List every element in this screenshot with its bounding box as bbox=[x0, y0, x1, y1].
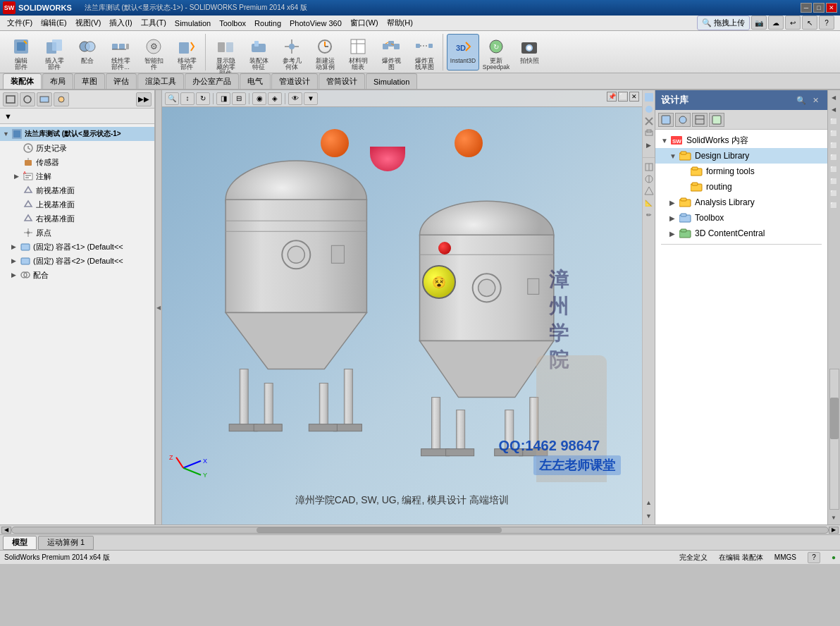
dl-toolbox[interactable]: ▶ Toolbox bbox=[655, 210, 827, 226]
right-icon4[interactable] bbox=[643, 128, 655, 139]
edit-part-btn[interactable]: 编辑部件 bbox=[5, 34, 37, 70]
scroll-thumb[interactable] bbox=[257, 527, 501, 533]
btab-motion[interactable]: 运动算例 1 bbox=[38, 536, 94, 550]
right-icon10[interactable]: ✏ bbox=[643, 209, 655, 221]
menu-photoview[interactable]: PhotoView 360 bbox=[285, 18, 346, 29]
far-right-icon5[interactable]: ⬜ bbox=[828, 140, 839, 151]
btab-model[interactable]: 模型 bbox=[3, 536, 37, 550]
explode-btn[interactable]: 爆炸视图 bbox=[375, 34, 407, 70]
left-tb-btn3[interactable] bbox=[37, 92, 52, 106]
tab-pipe[interactable]: 管道设计 bbox=[271, 73, 318, 89]
vp-zoom-btn[interactable]: 🔍 bbox=[165, 92, 179, 105]
tab-electric[interactable]: 电气 bbox=[240, 73, 271, 89]
insert-part-btn[interactable]: 插入零部件 bbox=[38, 34, 70, 70]
cloud-btn[interactable]: ☁ bbox=[768, 16, 784, 30]
tree-container2[interactable]: ▶ (固定) 容器<2> (Default<< bbox=[0, 254, 154, 268]
tree-right-plane[interactable]: 右视基准面 bbox=[0, 211, 154, 226]
right-icon6[interactable] bbox=[643, 161, 655, 173]
left-tb-btn2[interactable] bbox=[20, 92, 35, 106]
horizontal-scrollbar[interactable]: ◀ ▶ bbox=[0, 524, 840, 534]
tab-evaluate[interactable]: 评估 bbox=[106, 73, 137, 89]
menu-toolbox[interactable]: Toolbox bbox=[215, 18, 250, 29]
menu-window[interactable]: 窗口(W) bbox=[346, 16, 383, 30]
vp-ctrl-pin[interactable]: 📌 bbox=[607, 92, 617, 102]
right-icon5[interactable]: ▶ bbox=[643, 140, 655, 151]
smart-fastener-btn[interactable]: ⚙ 智能扣件 bbox=[137, 34, 170, 70]
far-right-icon7[interactable]: ⬜ bbox=[828, 164, 839, 175]
vp-section-btn[interactable]: ⊟ bbox=[232, 92, 246, 105]
tree-annotations[interactable]: ▶ A 注解 bbox=[0, 169, 154, 183]
search-icon[interactable]: 🔍 bbox=[795, 94, 808, 106]
dl-btn4[interactable] bbox=[709, 113, 724, 127]
back-btn[interactable]: ↩ bbox=[785, 16, 801, 30]
far-right-icon2[interactable]: ◀ bbox=[828, 104, 839, 115]
speedpak-btn[interactable]: ↻ 更新Speedpak bbox=[480, 34, 512, 70]
scroll-track[interactable] bbox=[11, 527, 829, 534]
right-scroll-down[interactable]: ▼ bbox=[643, 510, 655, 522]
move-btn[interactable]: 移动零部件 bbox=[171, 34, 203, 70]
far-right-icon10[interactable]: ⬜ bbox=[828, 200, 839, 211]
tab-tube[interactable]: 管筒设计 bbox=[319, 73, 365, 89]
tree-top-plane[interactable]: 上视基准面 bbox=[0, 197, 154, 211]
vp-view-btn[interactable]: ◨ bbox=[216, 92, 230, 105]
tab-simulation[interactable]: Simulation bbox=[366, 73, 417, 89]
menu-tools[interactable]: 工具(T) bbox=[137, 16, 171, 30]
right-icon3[interactable] bbox=[643, 116, 655, 127]
dl-3d-content-central[interactable]: ▶ 3D ContentCentral bbox=[655, 226, 827, 241]
reference-btn[interactable]: 参考几何体 bbox=[276, 34, 308, 70]
right-icon7[interactable] bbox=[643, 173, 655, 185]
far-right-icon1[interactable]: ◀ bbox=[828, 92, 839, 103]
linear-btn[interactable]: 线性零部件... bbox=[104, 34, 137, 70]
show-hide-btn[interactable]: 显示隐藏的零部件 bbox=[209, 34, 242, 70]
tab-sketch[interactable]: 草图 bbox=[74, 73, 105, 89]
menu-routing[interactable]: Routing bbox=[250, 18, 285, 29]
menu-view[interactable]: 视图(V) bbox=[71, 16, 106, 30]
search-btn[interactable]: 🔍 拖拽上传 bbox=[697, 16, 750, 30]
vp-rotate-btn[interactable]: ↻ bbox=[196, 92, 210, 105]
far-scroll-down[interactable]: ▼ bbox=[828, 512, 839, 523]
menu-simulation[interactable]: Simulation bbox=[171, 18, 215, 29]
far-right-icon9[interactable]: ⬜ bbox=[828, 188, 839, 199]
dl-forming-tools[interactable]: forming tools bbox=[655, 164, 827, 179]
scroll-left-btn[interactable]: ◀ bbox=[1, 527, 11, 534]
tree-container1[interactable]: ▶ (固定) 容器<1> (Default<< bbox=[0, 240, 154, 254]
left-tb-btn4[interactable] bbox=[54, 92, 69, 106]
menu-file[interactable]: 文件(F) bbox=[3, 16, 37, 30]
dl-btn3[interactable] bbox=[692, 113, 708, 127]
menu-edit[interactable]: 编辑(E) bbox=[37, 16, 71, 30]
instant3d-btn[interactable]: 3D Instant3D bbox=[447, 34, 479, 70]
far-right-icon3[interactable]: ⬜ bbox=[828, 116, 839, 127]
scroll-right-btn[interactable]: ▶ bbox=[829, 527, 839, 534]
tab-layout[interactable]: 布局 bbox=[42, 73, 73, 89]
right-icon1[interactable] bbox=[643, 92, 655, 103]
motion-study-btn[interactable]: 新建运动算例 bbox=[309, 34, 341, 70]
restore-btn[interactable]: □ bbox=[813, 3, 824, 13]
menu-insert[interactable]: 插入(I) bbox=[105, 16, 136, 30]
left-tb-btn1[interactable] bbox=[3, 92, 18, 106]
vp-appearance-btn[interactable]: ◈ bbox=[268, 92, 282, 105]
cam-btn[interactable]: 📷 bbox=[751, 16, 767, 30]
far-right-icon6[interactable]: ⬜ bbox=[828, 152, 839, 163]
menu-help[interactable]: 帮助(H) bbox=[383, 16, 417, 30]
mate-btn[interactable]: 配合 bbox=[71, 34, 104, 70]
close-btn[interactable]: ✕ bbox=[826, 3, 837, 13]
vp-ctrl-restore[interactable]: ⬜ bbox=[618, 92, 628, 102]
vp-display-btn[interactable]: ◉ bbox=[252, 92, 266, 105]
tree-origin[interactable]: 原点 bbox=[0, 226, 154, 240]
dl-design-library[interactable]: ▼ Design Library bbox=[655, 148, 827, 164]
dl-btn1[interactable] bbox=[658, 113, 674, 127]
dl-btn2[interactable] bbox=[675, 113, 691, 127]
tree-history[interactable]: 历史记录 bbox=[0, 141, 154, 155]
panel-close-icon[interactable]: ✕ bbox=[809, 94, 822, 106]
snapshot-btn[interactable]: 拍快照 bbox=[513, 34, 545, 70]
cursor-btn[interactable]: ↖ bbox=[802, 16, 817, 30]
vp-more-btn[interactable]: ▼ bbox=[304, 92, 318, 105]
right-icon2[interactable] bbox=[643, 104, 655, 115]
right-icon8[interactable] bbox=[643, 185, 655, 197]
vp-ctrl-close[interactable]: ✕ bbox=[629, 92, 639, 102]
dl-solidworks-content[interactable]: ▼ SW SolidWorks 内容 bbox=[655, 133, 827, 148]
far-right-icon4[interactable]: ⬜ bbox=[828, 128, 839, 139]
far-right-icon8[interactable]: ⬜ bbox=[828, 176, 839, 187]
tab-assembly[interactable]: 装配体 bbox=[3, 73, 42, 89]
vp-pan-btn[interactable]: ↕ bbox=[180, 92, 194, 105]
